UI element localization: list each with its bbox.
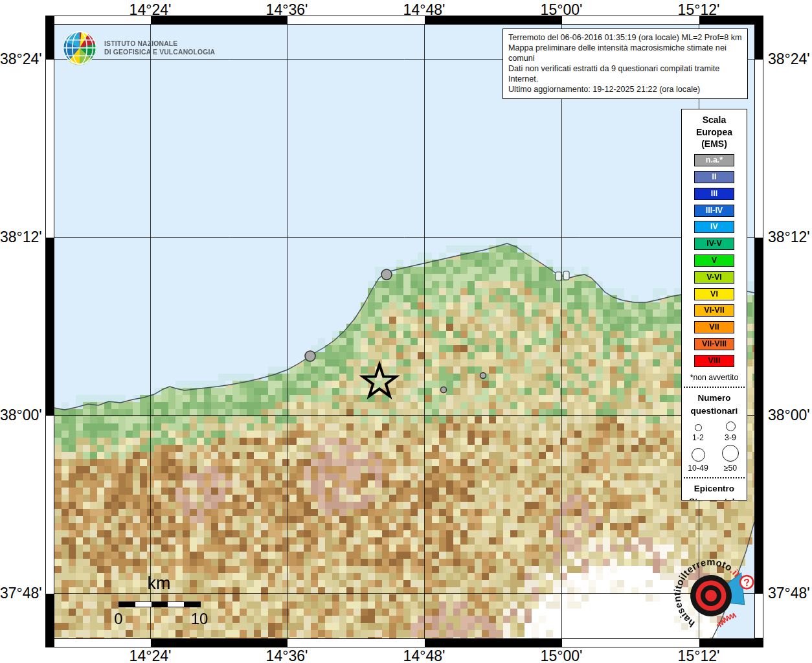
scalebar-unit: km xyxy=(118,574,199,594)
macroseismic-map-page: 14°24'14°36'14°48'15°00'15°12'14°24'14°3… xyxy=(0,0,812,663)
legend-box: Scala Europea (EMS) n.a.*IIIIIIII-IVIVIV… xyxy=(681,109,747,500)
epicenter-title-line2: Strumentale xyxy=(682,495,747,500)
frame-segment xyxy=(46,238,54,416)
ingv-logo-text: ISTITUTO NAZIONALE DI GEOFISICA E VULCAN… xyxy=(104,39,215,57)
axis-label-top-2: 14°48' xyxy=(385,1,463,19)
info-line-map-type: Mappa preliminare delle intensità macros… xyxy=(508,43,742,63)
intensity-swatch-vi: VI xyxy=(694,288,734,300)
axis-label-bottom-2: 14°48' xyxy=(385,647,463,663)
epicenter-title-line1: Epicentro xyxy=(682,482,747,495)
questionnaire-size-circle xyxy=(695,424,702,431)
questionnaire-size-circle xyxy=(722,445,739,462)
frame-segment xyxy=(425,639,562,647)
frame-segment xyxy=(151,639,288,647)
ingv-logo-line1: ISTITUTO NAZIONALE xyxy=(104,39,215,49)
questionnaire-size-label: 1-2 xyxy=(692,433,704,442)
intensity-swatch-iv: IV xyxy=(694,221,734,233)
questionnaire-size-1-2: 1-2 xyxy=(682,421,714,442)
axis-label-right-0: 38°24' xyxy=(768,50,812,68)
questionnaire-size-label: 3-9 xyxy=(725,433,736,442)
axis-label-right-2: 38°00' xyxy=(768,406,812,424)
intensity-swatch-viii: VIII xyxy=(694,355,734,367)
map-frame-left xyxy=(45,16,54,647)
legend-title-line3: (EMS) xyxy=(682,138,747,150)
intensity-scale-list: n.a.*IIIIIIII-IVIVIV-VVV-VIVIVI-VIIVIIVI… xyxy=(682,154,747,367)
frame-segment xyxy=(755,16,763,60)
scalebar-start: 0 xyxy=(109,610,128,628)
questionnaire-size-circle xyxy=(692,448,705,462)
axis-label-top-0: 14°24' xyxy=(111,1,189,19)
axis-label-right-1: 38°12' xyxy=(768,228,812,246)
questionnaire-size-label: 10-49 xyxy=(688,464,708,473)
intensity-swatch-vii-viii: VII-VIII xyxy=(694,338,734,350)
questionnaire-size-grid: 1-23-910-49≥50 xyxy=(682,421,747,473)
ingv-logo-line2: DI GEOFISICA E VULCANOLOGIA xyxy=(104,48,215,57)
haisentitoilterremoto-watermark: ? haisentitoilterremoto.it www. xyxy=(653,540,769,657)
event-info-box: Terremoto del 06-06-2016 01:35:19 (ora l… xyxy=(502,28,748,99)
info-line-data-note: Dati non verificati estratti da 9 questi… xyxy=(508,63,742,84)
intensity-swatch-vi-vii: VI-VII xyxy=(694,304,734,317)
legend-footnote: *non avvertito xyxy=(682,373,747,382)
frame-segment xyxy=(46,16,54,60)
axis-label-bottom-3: 15°00' xyxy=(523,647,600,663)
legend-separator-2 xyxy=(684,477,745,478)
axis-label-top-4: 15°12' xyxy=(660,1,738,19)
info-line-event: Terremoto del 06-06-2016 01:35:19 (ora l… xyxy=(508,32,742,43)
axis-label-bottom-1: 14°36' xyxy=(248,647,326,663)
ingv-logo: ISTITUTO NAZIONALE DI GEOFISICA E VULCAN… xyxy=(62,30,227,66)
intensity-swatch-iii: III xyxy=(694,188,734,200)
legend-separator-1 xyxy=(684,387,745,388)
questionnaire-size-3-9: 3-9 xyxy=(714,421,747,442)
questionnaire-size-10-49: 10-49 xyxy=(682,445,714,473)
axis-label-left-0: 38°24' xyxy=(0,50,40,68)
questionnaire-size--50: ≥50 xyxy=(714,445,747,473)
intensity-swatch-iii-iv: III-IV xyxy=(694,205,734,217)
axis-label-left-2: 38°00' xyxy=(0,406,40,424)
questionnaire-size-circle xyxy=(726,421,736,431)
axis-label-top-1: 14°36' xyxy=(248,1,326,19)
intensity-swatch-vii: VII xyxy=(694,321,734,333)
axis-label-right-3: 37°48' xyxy=(768,584,812,602)
axis-label-bottom-0: 14°24' xyxy=(111,647,189,663)
ingv-globe-icon xyxy=(62,30,98,66)
legend-title-line1: Scala xyxy=(682,114,747,126)
question-badge-glyph: ? xyxy=(743,577,750,589)
axis-label-left-1: 38°12' xyxy=(0,228,40,246)
intensity-swatch-iv-v: IV-V xyxy=(694,238,734,250)
info-line-updated: Ultimo aggiornamento: 19-12-2025 21:22 (… xyxy=(508,84,742,95)
axis-label-left-3: 37°48' xyxy=(0,584,40,602)
questionnaire-size-label: ≥50 xyxy=(724,464,737,473)
axis-label-top-3: 15°00' xyxy=(523,1,600,19)
questionnaire-title-line2: questionari xyxy=(682,405,747,418)
questionnaire-title-line1: Numero xyxy=(682,392,747,405)
scalebar xyxy=(118,601,201,607)
intensity-swatch-v-vi: V-VI xyxy=(694,271,734,284)
intensity-swatch-n-a-: n.a.* xyxy=(694,154,734,166)
frame-segment xyxy=(46,594,54,647)
legend-title-line2: Europea xyxy=(682,126,747,139)
intensity-swatch-ii: II xyxy=(694,171,734,183)
intensity-swatch-v: V xyxy=(694,254,734,267)
scalebar-end: 10 xyxy=(189,610,210,628)
terrain-map-canvas xyxy=(54,25,754,638)
